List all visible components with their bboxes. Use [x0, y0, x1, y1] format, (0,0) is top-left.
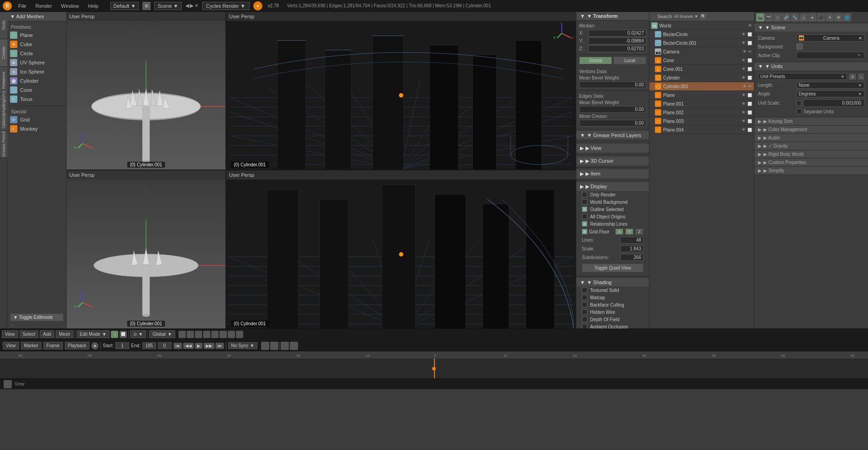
depth-of-field-checkbox[interactable] — [582, 317, 587, 322]
particles-icon[interactable]: ✳ — [826, 13, 834, 21]
cylinder001-edit[interactable]: ✏ — [748, 84, 752, 89]
cone-eye[interactable]: 👁 — [742, 58, 746, 63]
layout-icon[interactable]: ⊞ — [142, 2, 151, 10]
modifier-icon[interactable]: 🔧 — [791, 13, 799, 21]
cone-restrict[interactable]: ⬜ — [748, 58, 752, 63]
viewport-bottom-left[interactable]: User Persp — [67, 170, 226, 329]
tl-view-btn[interactable]: View — [3, 342, 19, 349]
outline-selected-checkbox[interactable] — [582, 206, 587, 212]
tool-uvsphere[interactable]: ◉ UV Sphere — [7, 58, 66, 67]
plane003-eye[interactable]: 👁 — [742, 119, 746, 123]
plane002-restrict[interactable]: ⬜ — [748, 111, 752, 115]
status-icon-1[interactable] — [4, 380, 12, 388]
beziercircle001-eye[interactable]: 👁 — [742, 41, 746, 45]
global-btn[interactable]: Global — [579, 57, 612, 64]
tl-play-back[interactable]: ◀◀ — [183, 343, 194, 349]
vp-global-dropdown-top[interactable]: Global▼ — [149, 330, 175, 338]
mean-bevel-value-2[interactable]: 0.00 — [579, 106, 646, 113]
ambient-occlusion-checkbox[interactable] — [582, 324, 587, 328]
tl-icon-1[interactable]: ● — [91, 342, 99, 349]
tool-circle[interactable]: ○ Circle — [7, 49, 66, 58]
shading-header[interactable]: ▼▼ Shading — [576, 278, 649, 286]
item-header[interactable]: ▶▶ Item — [576, 169, 649, 178]
plane001-eye[interactable]: 👁 — [742, 101, 746, 106]
length-dropdown[interactable]: None ▼ — [796, 82, 864, 89]
tl-icon-a[interactable] — [281, 342, 289, 350]
cone001-restrict[interactable]: ⬜ — [748, 67, 752, 71]
tl-start-value[interactable]: 1 — [115, 342, 129, 349]
tool-cone[interactable]: △ Cone — [7, 85, 66, 95]
vp-wire-icon-top[interactable]: ⬜ — [120, 331, 127, 338]
only-render-checkbox[interactable] — [582, 192, 587, 197]
outliner-plane[interactable]: □ Plane 👁 ⬜ — [649, 91, 754, 100]
matcap-checkbox[interactable] — [582, 295, 587, 300]
tool-torus[interactable]: ⊙ Torus — [7, 95, 66, 104]
menu-window[interactable]: Window — [58, 2, 82, 10]
keying-sets-header[interactable]: ▶▶ Keying Sets — [754, 117, 868, 126]
vp-icon-2-top[interactable] — [187, 331, 194, 338]
vtab-create[interactable]: Create — [0, 39, 7, 67]
tl-jump-end[interactable]: ⏭ — [215, 343, 224, 349]
scene-section-header[interactable]: ▼▼ Scene — [754, 23, 868, 32]
cone001-eye[interactable]: 👁 — [742, 67, 746, 71]
unit-presets-minus[interactable]: - — [858, 74, 864, 80]
color-management-header[interactable]: ▶▶ Color Management — [754, 126, 868, 134]
tl-playback-btn[interactable]: Playback — [65, 342, 90, 349]
outliner-plane001[interactable]: □ Plane.001 👁 ⬜ — [649, 100, 754, 108]
vtab-tools[interactable]: Tools — [0, 12, 7, 39]
vtab-grease[interactable]: Grease Pencil — [0, 131, 7, 158]
vp-icon-5-top[interactable] — [211, 331, 219, 338]
tl-end-value[interactable]: 185 — [142, 342, 156, 349]
vp-solid-icon-top[interactable]: □ — [111, 331, 118, 338]
vp-mode-dropdown-top[interactable]: Edit Mode ▼ — [77, 330, 110, 338]
camera-dropdown[interactable]: 📷 Camera ✕ — [796, 34, 864, 42]
tool-icosphere[interactable]: ◈ Ico Sphere — [7, 67, 66, 76]
cylinder-eye[interactable]: 👁 — [742, 75, 746, 80]
world-prop-icon[interactable]: 🌐 — [843, 13, 851, 21]
scene-icon[interactable]: 🎬 — [756, 13, 764, 21]
vp-add-btn-top[interactable]: Add — [40, 330, 54, 338]
backface-culling-checkbox[interactable] — [582, 302, 587, 307]
render-icon[interactable]: 📷 — [765, 13, 773, 21]
outliner-cone[interactable]: △ Cone 👁 ⬜ — [649, 56, 754, 65]
all-origins-checkbox[interactable] — [582, 214, 587, 219]
outliner-beziercircle001[interactable]: ⌒ BezierCircle.001 👁 ⬜ — [649, 39, 754, 48]
world-bg-checkbox[interactable] — [582, 199, 587, 205]
hidden-wire-checkbox[interactable] — [582, 309, 587, 315]
unit-scale-value[interactable]: 0.001000 — [803, 99, 864, 107]
object-icon[interactable]: □ — [774, 13, 782, 21]
unit-presets-dropdown[interactable]: Unit Presets ▼ — [758, 73, 847, 80]
plane003-restrict[interactable]: ⬜ — [748, 119, 752, 123]
plane002-eye[interactable]: 👁 — [742, 110, 746, 115]
scale-value[interactable]: 1.843 — [620, 245, 643, 252]
data-icon[interactable]: △ — [800, 13, 808, 21]
world-eye[interactable]: 👁 — [748, 23, 752, 28]
vp-icon-8-top[interactable] — [236, 331, 243, 338]
vtab-object[interactable]: Options — [0, 112, 7, 131]
constraint-icon[interactable]: 🔗 — [782, 13, 790, 21]
rigid-body-world-header[interactable]: ▶▶ Rigid Body World — [754, 150, 868, 159]
separate-units-checkbox[interactable] — [796, 109, 802, 114]
outliner-camera[interactable]: 📷 Camera 👁 ✏ — [649, 48, 754, 56]
material-icon[interactable]: ● — [808, 13, 816, 21]
tl-icon-b[interactable] — [290, 342, 298, 350]
unit-presets-plus[interactable]: + — [849, 74, 856, 80]
tl-sync-dropdown[interactable]: No Sync▼ — [228, 342, 258, 349]
plane004-eye[interactable]: 👁 — [742, 127, 746, 132]
vp-select-btn-top[interactable]: Select — [20, 330, 39, 338]
outliner-plane003[interactable]: □ Plane.003 👁 ⬜ — [649, 117, 754, 126]
toggle-editmode-btn[interactable]: ▼ Toggle Editmode — [10, 313, 63, 321]
outliner-plane004[interactable]: □ Plane.004 👁 ⬜ — [649, 126, 754, 134]
scene-name[interactable]: Scene ▼ — [154, 2, 181, 10]
gravity-header[interactable]: ▶▶ ✓ Gravity — [754, 142, 868, 150]
viewport-right-top[interactable]: User Persp — [226, 12, 576, 169]
scene-close-btn[interactable]: ✕ — [194, 3, 199, 9]
mean-bevel-value-1[interactable]: 0.00 — [579, 81, 646, 88]
cylinder-restrict[interactable]: ⬜ — [748, 76, 752, 80]
z-value[interactable]: 0.62703 — [588, 45, 646, 52]
vp-view-btn-top[interactable]: View — [2, 330, 18, 338]
grid-y-btn[interactable]: Y — [625, 228, 633, 235]
outliner-search-btn[interactable]: 🔍 — [700, 13, 706, 20]
cycles-icon[interactable]: ● — [253, 1, 262, 11]
beziercircle-restrict[interactable]: ⬜ — [748, 32, 752, 37]
